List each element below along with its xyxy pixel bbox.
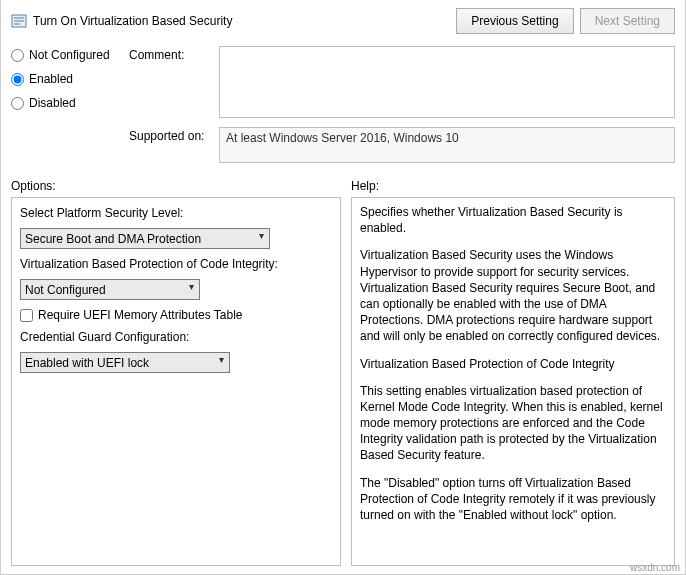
radio-enabled[interactable]: Enabled bbox=[11, 72, 129, 86]
help-panel[interactable]: Specifies whether Virtualization Based S… bbox=[351, 197, 675, 566]
supported-row: Supported on: At least Windows Server 20… bbox=[11, 127, 675, 163]
code-integrity-select[interactable]: Not Configured bbox=[20, 279, 200, 300]
watermark: wsxdn.com bbox=[630, 562, 680, 573]
help-text: Virtualization Based Security uses the W… bbox=[360, 247, 666, 344]
uefi-checkbox-row[interactable]: Require UEFI Memory Attributes Table bbox=[20, 308, 332, 322]
help-text: Virtualization Based Protection of Code … bbox=[360, 356, 666, 372]
comment-input[interactable] bbox=[219, 46, 675, 118]
radio-group: Not Configured Enabled Disabled bbox=[11, 46, 129, 121]
supported-label: Supported on: bbox=[129, 127, 209, 163]
page-title: Turn On Virtualization Based Security bbox=[33, 14, 232, 28]
credential-guard-label: Credential Guard Configuration: bbox=[20, 330, 332, 344]
policy-icon bbox=[11, 13, 27, 29]
title-area: Turn On Virtualization Based Security bbox=[11, 13, 232, 29]
uefi-checkbox[interactable] bbox=[20, 309, 33, 322]
section-labels: Options: Help: bbox=[11, 179, 675, 193]
next-setting-button[interactable]: Next Setting bbox=[580, 8, 675, 34]
bottom-area: Select Platform Security Level: Secure B… bbox=[11, 197, 675, 566]
platform-security-label: Select Platform Security Level: bbox=[20, 206, 332, 220]
uefi-checkbox-label: Require UEFI Memory Attributes Table bbox=[38, 308, 243, 322]
radio-disabled[interactable]: Disabled bbox=[11, 96, 129, 110]
radio-not-configured-label: Not Configured bbox=[29, 48, 110, 62]
radio-not-configured[interactable]: Not Configured bbox=[11, 48, 129, 62]
radio-enabled-input[interactable] bbox=[11, 73, 24, 86]
help-text: This setting enables virtualization base… bbox=[360, 383, 666, 464]
header-row: Turn On Virtualization Based Security Pr… bbox=[11, 8, 675, 34]
options-label: Options: bbox=[11, 179, 341, 193]
nav-buttons: Previous Setting Next Setting bbox=[456, 8, 675, 34]
help-text: The "Disabled" option turns off Virtuali… bbox=[360, 475, 666, 524]
dialog-window: Turn On Virtualization Based Security Pr… bbox=[0, 0, 686, 575]
platform-security-select[interactable]: Secure Boot and DMA Protection bbox=[20, 228, 270, 249]
options-panel: Select Platform Security Level: Secure B… bbox=[11, 197, 341, 566]
code-integrity-label: Virtualization Based Protection of Code … bbox=[20, 257, 332, 271]
radio-not-configured-input[interactable] bbox=[11, 49, 24, 62]
help-text: Specifies whether Virtualization Based S… bbox=[360, 204, 666, 236]
config-upper: Not Configured Enabled Disabled Comment: bbox=[11, 46, 675, 121]
comment-row: Comment: bbox=[129, 46, 675, 121]
previous-setting-button[interactable]: Previous Setting bbox=[456, 8, 573, 34]
radio-disabled-label: Disabled bbox=[29, 96, 76, 110]
help-label: Help: bbox=[351, 179, 675, 193]
radio-enabled-label: Enabled bbox=[29, 72, 73, 86]
supported-value: At least Windows Server 2016, Windows 10 bbox=[219, 127, 675, 163]
comment-label: Comment: bbox=[129, 46, 209, 121]
credential-guard-select[interactable]: Enabled with UEFI lock bbox=[20, 352, 230, 373]
radio-disabled-input[interactable] bbox=[11, 97, 24, 110]
